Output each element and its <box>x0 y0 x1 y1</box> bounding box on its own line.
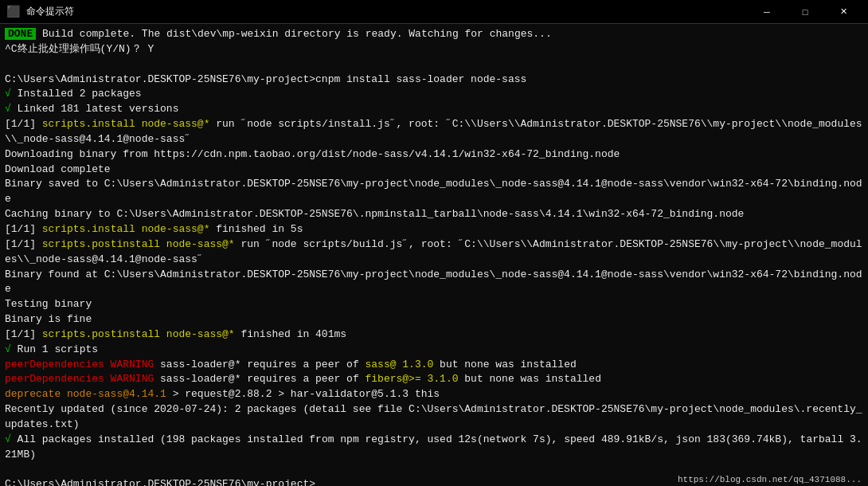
terminal-line: [1/1] scripts.install node-sass@* finish… <box>5 222 863 237</box>
terminal-line: Downloading binary from https://cdn.npm.… <box>5 147 863 163</box>
terminal-line: Recently updated (since 2020-07-24): 2 p… <box>5 402 863 433</box>
title-bar: ⬛ 命令提示符 ─ □ ✕ <box>0 0 868 24</box>
terminal-body: DONE Build complete. The dist\dev\mp-wei… <box>0 24 868 486</box>
terminal-line: Binary is fine <box>5 312 863 327</box>
terminal-line: DONE Build complete. The dist\dev\mp-wei… <box>5 27 863 42</box>
terminal-line: peerDependencies WARNING sass-loader@* r… <box>5 358 863 373</box>
terminal-line: Testing binary <box>5 297 863 312</box>
title-controls: ─ □ ✕ <box>749 0 862 24</box>
terminal-line: peerDependencies WARNING sass-loader@* r… <box>5 372 863 387</box>
terminal-line: deprecate node-sass@4.14.1 > request@2.8… <box>5 387 863 402</box>
terminal-line: √ Run 1 scripts <box>5 343 863 358</box>
minimize-button[interactable]: ─ <box>749 0 785 24</box>
close-button[interactable]: ✕ <box>825 0 862 24</box>
terminal-icon: ⬛ <box>6 5 20 18</box>
terminal-line: Download complete <box>5 163 863 178</box>
terminal-line: √ Linked 181 latest versions <box>5 102 863 117</box>
title-bar-left: ⬛ 命令提示符 <box>6 5 74 18</box>
terminal-line: √ All packages installed (198 packages i… <box>5 433 863 463</box>
url-text: https://blog.csdn.net/qq_4371088... <box>678 475 862 484</box>
window-title: 命令提示符 <box>26 5 74 18</box>
terminal-line: C:\Users\Administrator.DESKTOP-25NSE76\m… <box>5 73 863 88</box>
terminal-line <box>5 57 863 73</box>
terminal-line: [1/1] scripts.install node-sass@* run ˝n… <box>5 117 863 147</box>
maximize-button[interactable]: □ <box>787 0 823 24</box>
terminal-line: Binary saved to C:\Users\Administrator.D… <box>5 177 863 207</box>
terminal-line: Binary found at C:\Users\Administrator.D… <box>5 268 863 298</box>
terminal-line: Caching binary to C:\Users\Administrator… <box>5 207 863 222</box>
terminal-line: ^C终止批处理操作吗(Y/N)？ Y <box>5 42 863 57</box>
bottom-bar: https://blog.csdn.net/qq_4371088... <box>671 473 868 486</box>
terminal-line: √ Installed 2 packages <box>5 87 863 102</box>
terminal-line: [1/1] scripts.postinstall node-sass@* fi… <box>5 327 863 343</box>
terminal-line: [1/1] scripts.postinstall node-sass@* ru… <box>5 237 863 268</box>
